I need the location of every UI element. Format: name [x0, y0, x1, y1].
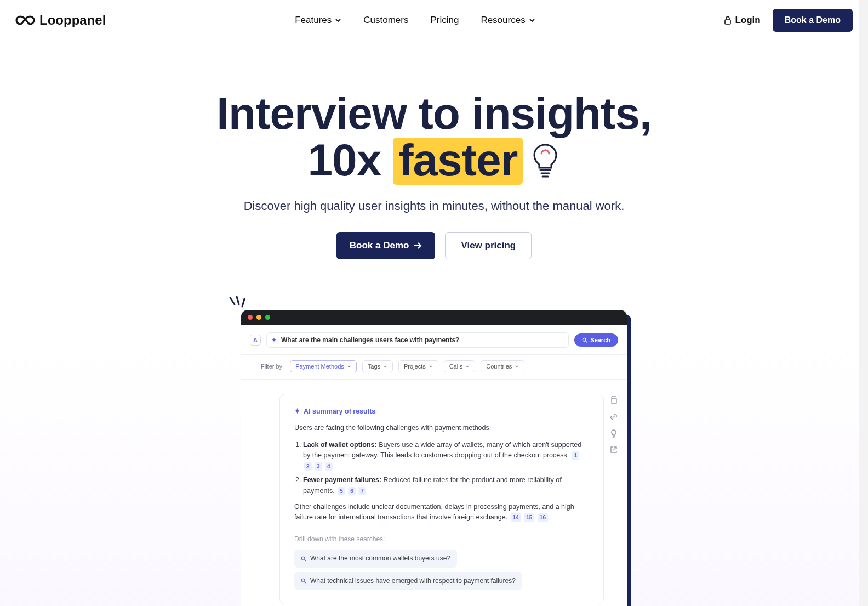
filter-countries[interactable]: Countries	[481, 360, 524, 372]
chevron-down-icon	[383, 364, 387, 369]
arrow-right-icon	[413, 242, 422, 250]
citation[interactable]: 3	[315, 462, 322, 471]
search-icon	[582, 337, 587, 343]
citation[interactable]: 14	[511, 513, 521, 522]
link-icon[interactable]	[609, 412, 618, 421]
summary-item-1: Lack of wallet options: Buyers use a wid…	[303, 440, 589, 472]
drill-down-search-1[interactable]: What are the most common wallets buyers …	[294, 550, 457, 568]
window-frame: A ✦ What are the main challenges users f…	[241, 310, 627, 606]
app-body: ✦ AI summary of results Users are facing…	[241, 380, 627, 606]
search-input-row[interactable]: ✦ What are the main challenges users fac…	[266, 332, 569, 348]
svg-rect-4	[612, 398, 616, 404]
filter-calls[interactable]: Calls	[444, 360, 475, 372]
hero-book-demo-button[interactable]: Book a Demo	[336, 232, 436, 259]
citation[interactable]: 16	[538, 513, 548, 522]
nav-center: Features Customers Pricing Resources	[295, 15, 535, 26]
hero-title: Interview to insights, 10x faster	[22, 90, 846, 185]
nav-resources[interactable]: Resources	[481, 15, 535, 26]
top-nav: Looppanel Features Customers Pricing Res…	[0, 0, 868, 41]
chevron-down-icon	[515, 364, 519, 369]
chevron-down-icon	[429, 364, 433, 369]
window-controls	[241, 310, 627, 325]
hero-subtitle: Discover high quality user insights in m…	[22, 199, 846, 213]
ai-summary-card: ✦ AI summary of results Users are facing…	[279, 394, 604, 604]
app-content: A ✦ What are the main challenges users f…	[241, 325, 627, 606]
app-top-bar: A ✦ What are the main challenges users f…	[241, 325, 627, 355]
drill-down-label: Drill down with these searches:	[294, 534, 589, 545]
minimize-dot	[256, 315, 261, 320]
citation[interactable]: 7	[358, 487, 366, 496]
ai-summary-title: ✦ AI summary of results	[294, 406, 589, 417]
nav-pricing[interactable]: Pricing	[430, 15, 459, 26]
svg-rect-0	[725, 20, 730, 24]
citation[interactable]: 4	[325, 462, 333, 471]
chevron-down-icon	[529, 17, 535, 24]
search-icon	[301, 578, 306, 584]
svg-point-2	[301, 557, 305, 560]
svg-point-3	[301, 579, 305, 582]
project-chip[interactable]: A	[250, 335, 261, 346]
citation[interactable]: 6	[348, 487, 356, 496]
filter-by-label: Filter by	[261, 363, 282, 370]
chevron-down-icon	[347, 364, 351, 369]
citation[interactable]: 2	[304, 462, 312, 471]
citation[interactable]: 15	[524, 513, 534, 522]
filter-tags[interactable]: Tags	[362, 360, 393, 372]
lightbulb-icon[interactable]	[609, 429, 618, 438]
nav-customers[interactable]: Customers	[363, 15, 408, 26]
hero: Interview to insights, 10x faster Discov…	[0, 41, 868, 276]
search-query: What are the main challenges users face …	[281, 336, 459, 344]
external-link-icon[interactable]	[609, 445, 618, 454]
filter-payment-methods[interactable]: Payment Methods	[290, 360, 357, 372]
brand-name: Looppanel	[39, 13, 106, 28]
infinity-icon	[15, 15, 35, 26]
sparkle-icon: ✦	[294, 406, 300, 417]
citation[interactable]: 5	[338, 487, 345, 496]
hero-highlight: faster	[393, 138, 523, 185]
login-link[interactable]: Login	[724, 15, 760, 26]
maximize-dot	[265, 315, 270, 320]
product-screenshot: A ✦ What are the main challenges users f…	[241, 310, 627, 606]
svg-point-1	[583, 338, 586, 342]
filter-row: Filter by Payment Methods Tags Projects	[241, 355, 627, 380]
brand-logo[interactable]: Looppanel	[15, 13, 106, 28]
chevron-down-icon	[465, 364, 470, 369]
copy-icon[interactable]	[609, 396, 618, 405]
chevron-down-icon	[335, 17, 341, 24]
lightbulb-icon	[530, 143, 560, 179]
citation[interactable]: 1	[572, 451, 580, 460]
nav-book-demo-button[interactable]: Book a Demo	[773, 9, 853, 32]
search-icon	[301, 556, 306, 562]
nav-features[interactable]: Features	[295, 15, 341, 26]
summary-other: Other challenges include unclear documen…	[294, 502, 589, 523]
hero-ctas: Book a Demo View pricing	[22, 232, 846, 259]
sparkle-icon: ✦	[271, 336, 277, 344]
hero-view-pricing-button[interactable]: View pricing	[445, 232, 532, 259]
filter-projects[interactable]: Projects	[398, 360, 438, 372]
side-actions	[609, 394, 618, 604]
summary-item-2: Fewer payment failures: Reduced failure …	[303, 475, 589, 496]
nav-right: Login Book a Demo	[724, 9, 853, 32]
summary-intro: Users are facing the following challenge…	[294, 423, 589, 433]
lock-icon	[724, 16, 732, 25]
search-button[interactable]: Search	[574, 333, 618, 347]
drill-down-search-2[interactable]: What technical issues have emerged with …	[294, 572, 522, 590]
accent-lines-icon	[227, 294, 249, 316]
